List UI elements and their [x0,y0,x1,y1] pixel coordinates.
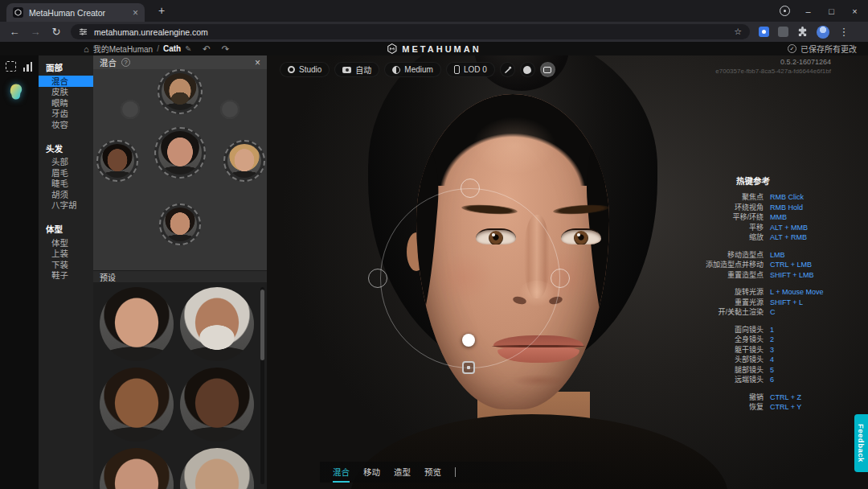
viewport-tab[interactable]: 混合 [333,462,350,483]
window-controls: – □ × [780,0,860,22]
viewport-tab[interactable]: 移动 [363,462,380,483]
address-bar[interactable]: metahuman.unrealengine.com ☆ [71,24,750,39]
tab-close-icon[interactable]: × [133,8,138,18]
browser-tab[interactable]: MetaHuman Creator × [6,3,145,22]
new-tab-button[interactable]: + [154,4,169,18]
breadcrumb-root[interactable]: 我的MetaHuman [93,43,153,55]
help-icon[interactable]: ? [121,58,130,67]
presets-header: 预设 [93,270,267,282]
blend-slot-empty[interactable] [220,100,240,119]
blend-control-point-top[interactable] [461,179,480,198]
profile-avatar[interactable] [817,26,829,39]
viewport[interactable]: Studio 自动 Medium LOD 0 [267,55,868,489]
scrollbar-thumb[interactable] [260,290,264,360]
lod-button[interactable]: LOD 0 [446,62,495,77]
preset-avatar[interactable] [100,448,174,489]
sidebar-item[interactable]: 鞋子 [39,270,93,281]
preset-avatar[interactable] [180,448,254,489]
quality-button[interactable]: Medium [384,62,441,77]
hotkey-value: RMB Click [770,192,841,203]
face-tool-icon[interactable] [6,82,26,101]
session-id-text: e700357e-fbb7-8ca5-427a-fd6644e6f1bf [715,68,831,75]
sidebar-item[interactable]: 胡须 [39,189,93,200]
hotkey-value: ALT + MMB [770,223,841,233]
bookmark-star-icon[interactable]: ☆ [734,27,742,37]
blend-marker[interactable] [462,334,475,347]
close-panel-icon[interactable]: × [255,57,260,68]
sidebar-item[interactable]: 眉毛 [39,167,93,179]
blend-avatar [163,208,197,241]
home-icon[interactable]: ⌂ [84,44,89,54]
blend-node[interactable] [159,203,201,245]
panel-toggle-button[interactable] [540,62,555,77]
viewport-tab[interactable]: 预览 [424,462,441,483]
sidebar-item[interactable]: 睫毛 [39,179,93,190]
blend-marker-handle[interactable] [462,361,475,374]
hotkey-group: 移动造型点LMB添加造型点并移动CTRL + LMB重置造型点SHIFT + L… [676,250,841,281]
maximize-button[interactable]: □ [826,6,837,16]
sidebar-item[interactable]: 头部 [39,157,93,168]
sidebar-item[interactable]: 妆容 [39,119,93,130]
section-title: 面部 [39,58,93,76]
hotkey-value: 5 [770,365,841,376]
hotkey-reference: 热键参考 聚焦点RMB Click环绕视角RMB Hold平移/环绕MMB平移A… [676,175,841,420]
presets-scrollbar[interactable] [260,287,264,484]
site-settings-icon[interactable] [79,27,88,36]
blend-panel-title: 混合 [100,56,117,68]
blend-control-point-right[interactable] [551,269,570,288]
lod-label: LOD 0 [464,65,487,74]
close-window-button[interactable]: × [850,6,860,16]
back-icon[interactable]: ← [8,27,21,37]
environment-button[interactable]: Studio [280,62,330,77]
feedback-button[interactable]: Feedback [854,414,868,472]
browser-tabstrip: MetaHuman Creator × + – □ × [0,0,868,22]
preset-avatar[interactable] [180,368,254,442]
sidebar-item[interactable]: 八字胡 [39,200,93,212]
blend-node[interactable] [158,69,203,114]
hotkey-row: 全身镜头2 [676,335,841,345]
sidebar-item[interactable]: 下装 [39,259,93,270]
blend-node[interactable] [223,140,265,182]
sculpt-brush-button[interactable] [500,62,515,77]
extensions-puzzle-icon[interactable] [796,26,809,38]
tool-rail [0,55,39,489]
rename-icon[interactable]: ✎ [185,44,191,53]
hotkey-row: 平移ALT + MMB [676,223,841,233]
sidebar-item[interactable]: 眼睛 [39,97,93,109]
sidebar-item[interactable]: 混合 [39,76,93,87]
sidebar-item[interactable]: 上装 [39,249,93,260]
blend-node[interactable] [154,127,206,179]
camera-icon [342,67,351,73]
preset-avatar[interactable] [180,287,254,361]
redo-icon[interactable]: ↷ [222,43,230,55]
viewport-tab[interactable]: 造型 [394,462,411,483]
presets-title: 预设 [100,271,116,283]
blend-control-point-left[interactable] [368,269,387,288]
extension-icon-gray[interactable] [778,27,788,37]
blend-node[interactable] [96,140,138,182]
forward-icon[interactable]: → [29,27,42,37]
preset-avatar[interactable] [100,287,174,361]
preset-avatar[interactable] [100,368,174,442]
sidebar-section: 面部混合皮肤眼睛牙齿妆容 [39,58,93,130]
clay-render-button[interactable] [520,62,535,77]
blend-circle-widget[interactable] [93,69,267,270]
sidebar-item[interactable]: 皮肤 [39,87,93,98]
browser-menu-icon[interactable]: ⋮ [837,27,850,37]
app-header: ⌂ 我的MetaHuman / Cath ✎ ↶ ↷ METAHUMAN ✓ 已… [0,42,868,55]
selection-area-icon[interactable] [6,61,16,72]
hotkey-row: 腿部镜头5 [676,365,841,376]
extension-icon-blue[interactable] [758,26,770,38]
browser-settings-icon[interactable] [780,6,790,16]
undo-icon[interactable]: ↶ [203,43,211,55]
sidebar-item[interactable]: 体型 [39,237,93,249]
section-title: 头发 [39,139,93,157]
sidebar-item[interactable]: 牙齿 [39,109,93,120]
refresh-icon[interactable]: ↻ [50,27,63,37]
camera-auto-button[interactable]: 自动 [334,62,379,77]
hotkey-label: 面向镜头 [676,325,770,335]
blend-slot-empty[interactable] [121,100,140,119]
stats-icon[interactable] [23,61,33,72]
minimize-button[interactable]: – [803,6,813,16]
hotkey-row: 添加造型点并移动CTRL + LMB [676,260,841,270]
